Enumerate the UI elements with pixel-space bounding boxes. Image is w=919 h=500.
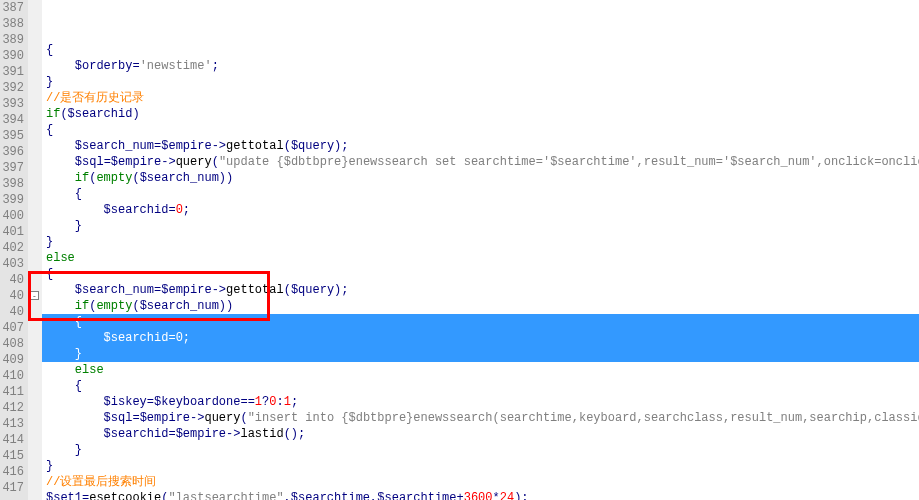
code-line[interactable]: //设置最后搜索时间 [42, 474, 919, 490]
code-line[interactable]: } [42, 234, 919, 250]
token: )) [219, 171, 233, 185]
code-line[interactable]: { [42, 186, 919, 202]
code-line[interactable]: $searchid=0; [42, 330, 919, 346]
token: = [147, 395, 154, 409]
code-line[interactable]: //是否有历史记录 [42, 90, 919, 106]
code-line[interactable]: } [42, 346, 919, 362]
token: $search_num [75, 139, 154, 153]
token: { [75, 315, 82, 329]
code-line[interactable]: $searchid=$empire->lastid(); [42, 426, 919, 442]
token: $empire [176, 427, 226, 441]
code-editor[interactable]: 3873883893903913923933943953963973983994… [0, 0, 919, 500]
token: $sql [104, 411, 133, 425]
token: $query [291, 283, 334, 297]
line-number-gutter: 3873883893903913923933943953963973983994… [0, 0, 28, 500]
token: 1 [255, 395, 262, 409]
line-number: 393 [0, 96, 28, 112]
token: ( [284, 139, 291, 153]
fold-toggle-icon[interactable]: - [30, 291, 39, 300]
token: //设置最后搜索时间 [46, 475, 156, 489]
token: empty [96, 299, 132, 313]
code-line[interactable]: { [42, 266, 919, 282]
code-line[interactable]: { [42, 42, 919, 58]
code-line[interactable]: else [42, 250, 919, 266]
token: { [46, 43, 53, 57]
token: else [46, 251, 75, 265]
token: { [46, 267, 53, 281]
code-line[interactable]: } [42, 218, 919, 234]
line-number: 389 [0, 32, 28, 48]
code-line[interactable]: { [42, 378, 919, 394]
token: $searchid [68, 107, 133, 121]
token: = [132, 411, 139, 425]
code-line[interactable]: if(empty($search_num)) [42, 298, 919, 314]
token: ( [132, 299, 139, 313]
token: ; [183, 203, 190, 217]
token: //是否有历史记录 [46, 91, 144, 105]
token: $empire [111, 155, 161, 169]
line-number: 396 [0, 144, 28, 160]
token: if [75, 299, 89, 313]
line-number: 390 [0, 48, 28, 64]
code-line[interactable]: } [42, 442, 919, 458]
fold-column[interactable]: - [28, 0, 42, 500]
line-number: 408 [0, 336, 28, 352]
token: $search_num [75, 283, 154, 297]
line-number: 411 [0, 384, 28, 400]
token: $searchid [104, 427, 169, 441]
code-line[interactable]: $sql=$empire->query("update {$dbtbpre}en… [42, 154, 919, 170]
token: 0 [176, 331, 183, 345]
token: lastid [240, 427, 283, 441]
token: esetcookie [89, 491, 161, 500]
line-number: 407 [0, 320, 28, 336]
token: $searchtime [291, 491, 370, 500]
code-line[interactable]: $set1=esetcookie("lastsearchtime",$searc… [42, 490, 919, 500]
code-line[interactable]: if(empty($search_num)) [42, 170, 919, 186]
line-number: 391 [0, 64, 28, 80]
token: $empire [161, 139, 211, 153]
code-area[interactable]: { $orderby='newstime';}//是否有历史记录if($sear… [42, 0, 919, 500]
code-line[interactable]: else [42, 362, 919, 378]
token: } [46, 235, 53, 249]
token: $sql [75, 155, 104, 169]
code-line[interactable]: $search_num=$empire->gettotal($query); [42, 282, 919, 298]
token: ( [240, 411, 247, 425]
line-number: 410 [0, 368, 28, 384]
token: $orderby [75, 59, 133, 73]
token: empty [96, 171, 132, 185]
token: ); [334, 283, 348, 297]
line-number: 40 [0, 272, 28, 288]
line-number: 388 [0, 16, 28, 32]
token: gettotal [226, 139, 284, 153]
token: ; [291, 395, 298, 409]
token: } [75, 443, 82, 457]
code-line[interactable]: } [42, 458, 919, 474]
token: { [46, 123, 53, 137]
code-line[interactable]: $iskey=$keyboardone==1?0:1; [42, 394, 919, 410]
token: ( [284, 283, 291, 297]
token: } [46, 459, 53, 473]
token: query [176, 155, 212, 169]
code-line[interactable]: $sql=$empire->query("insert into {$dbtbp… [42, 410, 919, 426]
code-line[interactable]: if($searchid) [42, 106, 919, 122]
code-line[interactable]: $searchid=0; [42, 202, 919, 218]
code-line[interactable]: { [42, 122, 919, 138]
token: $iskey [104, 395, 147, 409]
token: { [75, 379, 82, 393]
token: 3600 [464, 491, 493, 500]
line-number: 417 [0, 480, 28, 496]
token: == [240, 395, 254, 409]
code-line[interactable]: $orderby='newstime'; [42, 58, 919, 74]
line-number: 387 [0, 0, 28, 16]
token: $empire [161, 283, 211, 297]
token: "lastsearchtime" [168, 491, 283, 500]
code-line[interactable]: } [42, 74, 919, 90]
token: $search_num [140, 171, 219, 185]
token: $keyboardone [154, 395, 240, 409]
code-line[interactable]: { [42, 314, 919, 330]
token: ; [183, 331, 190, 345]
code-line[interactable]: $search_num=$empire->gettotal($query); [42, 138, 919, 154]
token: ); [514, 491, 528, 500]
token: + [457, 491, 464, 500]
line-number: 412 [0, 400, 28, 416]
